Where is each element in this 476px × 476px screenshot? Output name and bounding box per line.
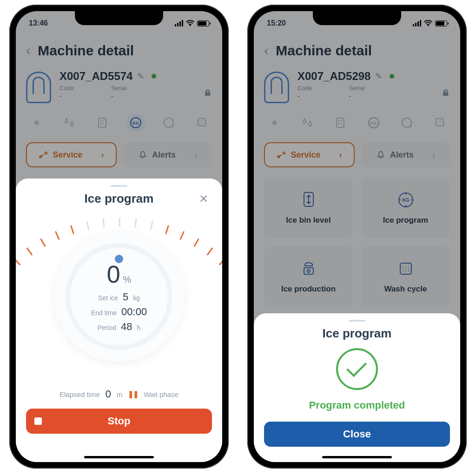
end-time-row: End time 00:00 xyxy=(91,306,147,318)
sheet-drag-handle[interactable] xyxy=(349,320,365,322)
phone-right: 15:20 ‹ Machine detail X007_AD5298 ✎ xyxy=(247,5,467,469)
elapsed-value: 0 xyxy=(106,388,111,400)
period-row: Period 48 h xyxy=(98,321,141,333)
pause-icon: ❚❚ xyxy=(128,390,138,398)
screen: 13:46 ‹ Machine detail X007_AD5574 ✎ xyxy=(16,11,222,462)
phase-label: Wait phase xyxy=(144,390,178,398)
elapsed-label: Elapsed time xyxy=(60,390,100,398)
close-icon[interactable]: ✕ xyxy=(199,192,208,205)
home-indicator[interactable] xyxy=(84,456,154,458)
stop-button-label: Stop xyxy=(108,415,131,427)
success-check-icon xyxy=(336,348,378,390)
close-button[interactable]: Close xyxy=(264,422,450,447)
sheet-drag-handle[interactable] xyxy=(111,185,127,187)
sheet-title: Ice program xyxy=(323,326,392,341)
elapsed-unit: m xyxy=(117,390,123,398)
stop-button[interactable]: Stop xyxy=(26,409,212,434)
stop-icon xyxy=(34,417,42,425)
completed-message: Program completed xyxy=(264,399,450,411)
close-button-label: Close xyxy=(343,428,371,440)
sheet-title: Ice program xyxy=(85,192,154,206)
notch xyxy=(313,11,401,25)
home-indicator[interactable] xyxy=(322,456,392,458)
dial-indicator-dot xyxy=(115,255,123,263)
elapsed-phase-row: Elapsed time 0 m ❚❚ Wait phase xyxy=(26,388,212,400)
ice-program-complete-sheet: Ice program Program completed Close xyxy=(254,313,460,462)
screen: 15:20 ‹ Machine detail X007_AD5298 ✎ xyxy=(254,11,460,462)
ice-program-sheet: Ice program ✕ 0 % Set ice 5 xyxy=(16,178,222,462)
notch xyxy=(75,11,163,25)
phone-left: 13:46 ‹ Machine detail X007_AD5574 ✎ xyxy=(9,5,229,469)
set-ice-row: Set ice 5 kg xyxy=(98,291,140,303)
percent-display: 0 % xyxy=(107,260,132,288)
progress-dial: 0 % Set ice 5 kg End time 00:00 xyxy=(33,211,205,383)
